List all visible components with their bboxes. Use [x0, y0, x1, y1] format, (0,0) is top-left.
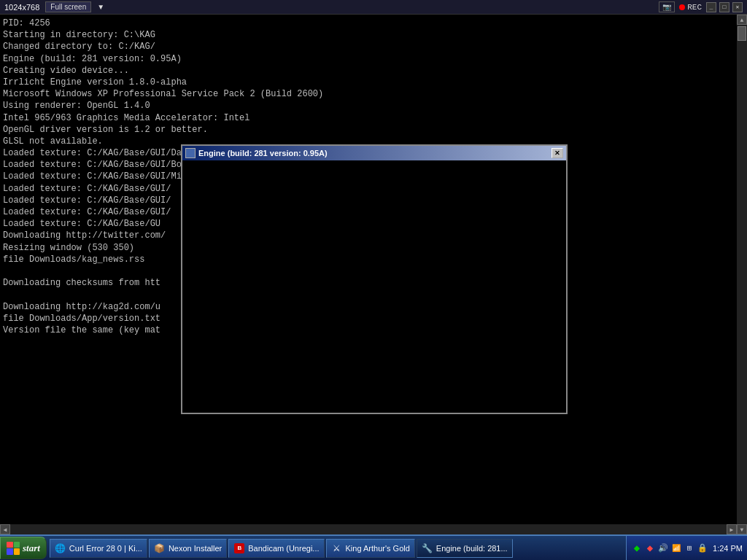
- bandicam-icon: B: [234, 543, 244, 553]
- title-bar: 747x560 Full screen ▼ 📷 REC _ □ ✕: [0, 0, 747, 15]
- rec-dot: [679, 4, 685, 10]
- minimize-button[interactable]: _: [706, 2, 716, 12]
- tray-icon-network[interactable]: ◆: [631, 542, 643, 554]
- taskbar-item-2[interactable]: B Bandicam (Unregi...: [228, 539, 324, 558]
- tray-icon-sound[interactable]: 🔊: [657, 542, 669, 554]
- fullscreen-button[interactable]: Full screen: [45, 1, 91, 12]
- engine-dialog-titlebar: Engine (build: 281 version: 0.95A) ✕: [182, 146, 566, 160]
- logo-q1: [7, 542, 13, 548]
- systray: ◆ ◆ 🔊 📶 ⊞ 🔒 1:24 PM: [626, 536, 747, 560]
- logo-q3: [7, 548, 13, 555]
- tray-icon-misc2[interactable]: 🔒: [697, 542, 708, 554]
- fullscreen-arrow[interactable]: ▼: [97, 3, 104, 11]
- scroll-down-button[interactable]: ▼: [737, 524, 747, 534]
- taskbar-item-1[interactable]: 📦 Nexon Installer: [149, 539, 227, 558]
- taskbar-item-0-icon: 🌐: [55, 542, 66, 554]
- tray-icon-misc1[interactable]: ⊞: [684, 542, 695, 554]
- scroll-track-vertical[interactable]: [737, 25, 747, 524]
- tray-icon-alert[interactable]: ◆: [644, 542, 656, 554]
- engine-dialog-icon: [185, 148, 196, 158]
- rec-indicator: REC: [679, 3, 702, 12]
- start-label: start: [23, 542, 40, 554]
- windows-logo-icon: [7, 542, 20, 555]
- taskbar-item-3-label: King Arthur's Gold: [346, 544, 410, 553]
- maximize-button[interactable]: □: [719, 2, 729, 12]
- taskbar-item-3-icon: ⚔: [331, 542, 343, 554]
- scroll-right-button[interactable]: ▶: [727, 524, 737, 534]
- engine-dialog-title: Engine (build: 281 version: 0.95A): [198, 149, 328, 158]
- system-clock: 1:24 PM: [710, 544, 743, 553]
- taskbar-item-3[interactable]: ⚔ King Arthur's Gold: [326, 539, 415, 558]
- taskbar-item-4-label: Engine (build: 281...: [436, 544, 508, 553]
- engine-dialog-content: [182, 160, 566, 413]
- scroll-left-button[interactable]: ◀: [0, 524, 10, 534]
- close-button[interactable]: ✕: [732, 2, 743, 12]
- screenshot-button[interactable]: 📷: [659, 1, 675, 12]
- taskbar-item-1-label: Nexon Installer: [169, 544, 222, 553]
- taskbar-item-0[interactable]: 🌐 Curl Error 28 0 | Ki...: [50, 539, 147, 558]
- engine-dialog-close-button[interactable]: ✕: [551, 148, 563, 158]
- window-controls: _ □ ✕: [706, 2, 743, 12]
- tray-icon-volume[interactable]: 📶: [670, 542, 682, 554]
- engine-dialog: Engine (build: 281 version: 0.95A) ✕: [181, 144, 568, 414]
- scroll-thumb-vertical[interactable]: [738, 26, 746, 41]
- scrollbar-right: ▲ ▼: [737, 15, 747, 534]
- title-bar-left: 747x560 Full screen ▼: [4, 1, 104, 12]
- scroll-track-horizontal[interactable]: [10, 524, 727, 534]
- start-button[interactable]: start: [0, 537, 47, 559]
- taskbar-item-4[interactable]: 🔧 Engine (build: 281...: [417, 539, 513, 558]
- resolution-display: 747x560: [4, 3, 39, 12]
- taskbar-item-1-icon: 📦: [154, 542, 166, 554]
- scroll-up-button[interactable]: ▲: [737, 15, 747, 25]
- taskbar-item-2-label: Bandicam (Unregi...: [248, 544, 319, 553]
- taskbar-item-4-icon: 🔧: [422, 542, 433, 554]
- logo-q2: [14, 542, 20, 548]
- title-bar-right: 📷 REC _ □ ✕: [659, 1, 743, 12]
- taskbar: start 🌐 Curl Error 28 0 | Ki... 📦 Nexon …: [0, 534, 747, 560]
- taskbar-item-0-label: Curl Error 28 0 | Ki...: [69, 544, 142, 553]
- engine-dialog-title-left: Engine (build: 281 version: 0.95A): [185, 148, 328, 158]
- scrollbar-bottom: ◀ ▶: [0, 524, 737, 534]
- taskbar-item-2-icon: B: [233, 542, 245, 554]
- logo-q4: [14, 548, 20, 555]
- rec-label: REC: [687, 3, 702, 12]
